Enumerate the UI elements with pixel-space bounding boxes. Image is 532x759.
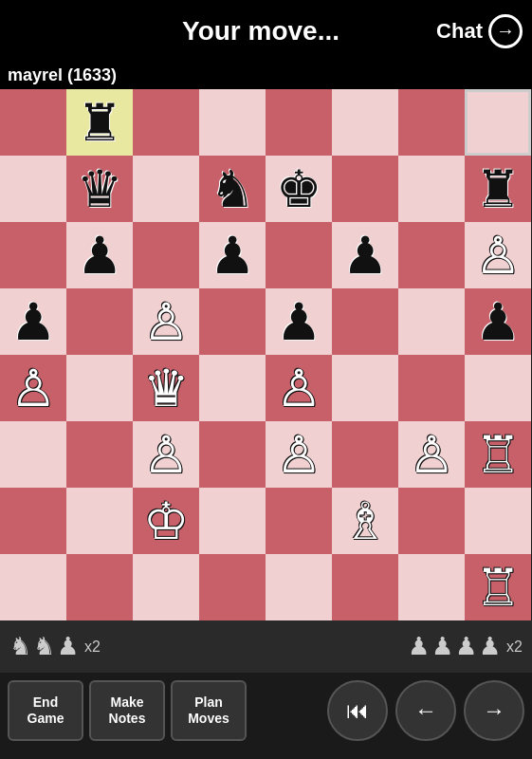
white-captured-count: x2: [84, 639, 101, 656]
cell-a4[interactable]: ♙: [0, 355, 66, 421]
piece-white-pawn-a4: ♙: [10, 362, 56, 414]
piece-white-pawn-g3: ♙: [409, 429, 454, 480]
cell-h5[interactable]: ♟: [465, 288, 531, 355]
make-notes-button[interactable]: MakeNotes: [89, 680, 165, 741]
cell-a6[interactable]: [0, 222, 66, 288]
cell-c4[interactable]: ♛: [133, 355, 199, 421]
cell-b4[interactable]: [66, 355, 133, 421]
cell-f6[interactable]: ♟: [332, 222, 398, 288]
cell-a2[interactable]: [0, 488, 66, 554]
white-captured-pawn: ♟: [57, 632, 79, 661]
cell-c1[interactable]: [133, 554, 199, 620]
cell-d6[interactable]: ♟: [199, 222, 266, 288]
rewind-button[interactable]: ⏮: [327, 680, 388, 741]
cell-h3[interactable]: ♖: [465, 421, 531, 488]
cell-g8[interactable]: [398, 89, 465, 156]
black-captured-pawn1: ♟: [408, 632, 430, 661]
cell-g2[interactable]: [398, 488, 465, 554]
cell-e6[interactable]: [266, 222, 332, 288]
cell-b1[interactable]: [66, 554, 133, 620]
cell-c6[interactable]: [133, 222, 199, 288]
white-captured-group: ♞ ♞ ♟ x2: [9, 632, 101, 661]
cell-d7[interactable]: ♞: [199, 156, 266, 222]
cell-b3[interactable]: [66, 421, 133, 488]
back-button[interactable]: ←: [395, 680, 456, 741]
piece-white-pawn-e4: ♙: [276, 362, 321, 414]
cell-h2[interactable]: [465, 488, 531, 554]
chat-label: Chat: [436, 19, 483, 44]
cell-b6[interactable]: ♟: [66, 222, 133, 288]
black-captured-count: x2: [506, 639, 523, 656]
piece-white-pawn-h6: ♙: [475, 230, 521, 281]
black-captured-group: ♟ ♟ ♟ ♟ x2: [408, 632, 523, 661]
bottom-bar: EndGame MakeNotes PlanMoves ⏮ ← →: [0, 673, 532, 749]
cell-g1[interactable]: [398, 554, 465, 620]
cell-h8[interactable]: [465, 89, 531, 156]
cell-c3[interactable]: ♙: [133, 421, 199, 488]
cell-b8[interactable]: ♜: [66, 89, 133, 156]
piece-black-rook-b8: ♜: [77, 97, 122, 148]
cell-e2[interactable]: [266, 488, 332, 554]
cell-h6[interactable]: ♙: [465, 222, 531, 288]
black-captured-pawn3: ♟: [455, 632, 477, 661]
piece-black-queen-b7: ♛: [77, 163, 122, 214]
chess-board[interactable]: ♜ ♛ ♞ ♚ ♜ ♟ ♟ ♟ ♙ ♟ ♙ ♟ ♟ ♙: [0, 89, 531, 620]
cell-d3[interactable]: [199, 421, 266, 488]
plan-moves-button[interactable]: PlanMoves: [171, 680, 247, 741]
piece-black-pawn-f6: ♟: [342, 230, 388, 281]
cell-c2[interactable]: ♔: [133, 488, 199, 554]
page-title: Your move...: [85, 16, 436, 46]
white-captured-knight2: ♞: [33, 632, 55, 661]
cell-a3[interactable]: [0, 421, 66, 488]
cell-e7[interactable]: ♚: [266, 156, 332, 222]
cell-d5[interactable]: [199, 288, 266, 355]
cell-c5[interactable]: ♙: [133, 288, 199, 355]
piece-black-knight-d7: ♞: [210, 163, 255, 214]
cell-e4[interactable]: ♙: [266, 355, 332, 421]
cell-f4[interactable]: [332, 355, 398, 421]
piece-black-pawn-a5: ♟: [10, 296, 56, 347]
player-info: mayrel (1633): [0, 62, 532, 89]
cell-a7[interactable]: [0, 156, 66, 222]
cell-g5[interactable]: [398, 288, 465, 355]
cell-f1[interactable]: [332, 554, 398, 620]
cell-g4[interactable]: [398, 355, 465, 421]
black-captured-pawn4: ♟: [479, 632, 501, 661]
cell-b2[interactable]: [66, 488, 133, 554]
cell-d8[interactable]: [199, 89, 266, 156]
piece-black-pawn-d6: ♟: [210, 230, 255, 281]
cell-f8[interactable]: [332, 89, 398, 156]
cell-e5[interactable]: ♟: [266, 288, 332, 355]
cell-e3[interactable]: ♙: [266, 421, 332, 488]
piece-black-pawn-e5: ♟: [276, 296, 321, 347]
piece-white-pawn-c3: ♙: [143, 429, 189, 480]
cell-b7[interactable]: ♛: [66, 156, 133, 222]
cell-a5[interactable]: ♟: [0, 288, 66, 355]
cell-g6[interactable]: [398, 222, 465, 288]
cell-c8[interactable]: [133, 89, 199, 156]
cell-f7[interactable]: [332, 156, 398, 222]
forward-button[interactable]: →: [464, 680, 524, 741]
cell-b5[interactable]: [66, 288, 133, 355]
cell-a1[interactable]: [0, 554, 66, 620]
cell-d2[interactable]: [199, 488, 266, 554]
cell-d4[interactable]: [199, 355, 266, 421]
cell-f2[interactable]: ♗: [332, 488, 398, 554]
cell-e1[interactable]: [266, 554, 332, 620]
chat-button[interactable]: Chat →: [436, 14, 523, 48]
cell-e8[interactable]: [266, 89, 332, 156]
end-game-button[interactable]: EndGame: [8, 680, 83, 741]
player-name-rating: mayrel (1633): [8, 65, 117, 84]
cell-h1[interactable]: ♖: [465, 554, 531, 620]
cell-f3[interactable]: [332, 421, 398, 488]
cell-d1[interactable]: [199, 554, 266, 620]
cell-h4[interactable]: [465, 355, 531, 421]
chat-arrow-icon: →: [488, 14, 523, 48]
cell-g7[interactable]: [398, 156, 465, 222]
cell-f5[interactable]: [332, 288, 398, 355]
cell-a8[interactable]: [0, 89, 66, 156]
cell-g3[interactable]: ♙: [398, 421, 465, 488]
cell-h7[interactable]: ♜: [465, 156, 531, 222]
cell-c7[interactable]: [133, 156, 199, 222]
piece-black-pawn-h5: ♟: [475, 296, 521, 347]
